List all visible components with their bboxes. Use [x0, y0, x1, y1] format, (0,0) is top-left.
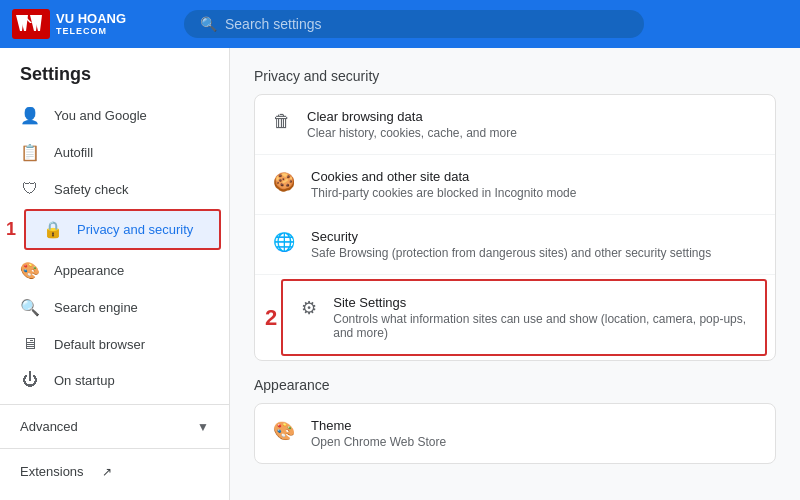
- step2-badge: 2: [255, 305, 277, 331]
- clear-browsing-data-title: Clear browsing data: [307, 109, 517, 124]
- search-bar[interactable]: 🔍: [184, 10, 644, 38]
- cookie-icon: 🍪: [273, 171, 295, 193]
- sidebar-item-label: Appearance: [54, 263, 124, 278]
- lock-icon: 🔒: [43, 220, 63, 239]
- sliders-icon: ⚙: [301, 297, 317, 319]
- appearance-card: 🎨 Theme Open Chrome Web Store: [254, 403, 776, 464]
- site-settings-item[interactable]: ⚙ Site Settings Controls what informatio…: [281, 279, 767, 356]
- svg-rect-0: [12, 9, 50, 39]
- sidebar-item-search-engine[interactable]: 🔍 Search engine: [0, 289, 229, 326]
- logo-icon: [12, 9, 50, 39]
- security-title: Security: [311, 229, 711, 244]
- sidebar-item-extensions[interactable]: Extensions ↗: [0, 455, 229, 488]
- divider2: [0, 448, 229, 449]
- sidebar-item-on-startup[interactable]: ⏻ On startup: [0, 362, 229, 398]
- cookies-desc: Third-party cookies are blocked in Incog…: [311, 186, 576, 200]
- search-engine-icon: 🔍: [20, 298, 40, 317]
- sidebar-item-autofill[interactable]: 📋 Autofill: [0, 134, 229, 171]
- main-layout: Settings 👤 You and Google 📋 Autofill 🛡 S…: [0, 48, 800, 500]
- autofill-icon: 📋: [20, 143, 40, 162]
- advanced-label: Advanced: [20, 419, 78, 434]
- site-settings-text: Site Settings Controls what information …: [333, 295, 747, 340]
- site-settings-desc: Controls what information sites can use …: [333, 312, 747, 340]
- extensions-label: Extensions: [20, 464, 84, 479]
- content-area: Privacy and security 🗑 Clear browsing da…: [230, 48, 800, 500]
- clear-browsing-data-desc: Clear history, cookies, cache, and more: [307, 126, 517, 140]
- appearance-section-title: Appearance: [254, 377, 776, 393]
- sidebar-item-privacy[interactable]: 🔒 Privacy and security: [24, 209, 221, 250]
- sidebar-item-label: On startup: [54, 373, 115, 388]
- theme-desc: Open Chrome Web Store: [311, 435, 446, 449]
- cookies-item[interactable]: 🍪 Cookies and other site data Third-part…: [255, 155, 775, 215]
- sidebar-item-label: Autofill: [54, 145, 93, 160]
- divider: [0, 404, 229, 405]
- step1-badge: 1: [0, 219, 20, 240]
- privacy-card: 🗑 Clear browsing data Clear history, coo…: [254, 94, 776, 361]
- sidebar: Settings 👤 You and Google 📋 Autofill 🛡 S…: [0, 48, 230, 500]
- security-text: Security Safe Browsing (protection from …: [311, 229, 711, 260]
- security-item[interactable]: 🌐 Security Safe Browsing (protection fro…: [255, 215, 775, 275]
- sidebar-item-default-browser[interactable]: 🖥 Default browser: [0, 326, 229, 362]
- sidebar-item-label: Safety check: [54, 182, 128, 197]
- sidebar-item-label: Default browser: [54, 337, 145, 352]
- sidebar-title: Settings: [0, 56, 229, 97]
- globe-icon: 🌐: [273, 231, 295, 253]
- sidebar-item-about-chrome[interactable]: About Chrome: [0, 488, 229, 500]
- theme-item[interactable]: 🎨 Theme Open Chrome Web Store: [255, 404, 775, 463]
- shield-icon: 🛡: [20, 180, 40, 198]
- sidebar-item-you-and-google[interactable]: 👤 You and Google: [0, 97, 229, 134]
- theme-text: Theme Open Chrome Web Store: [311, 418, 446, 449]
- cookies-title: Cookies and other site data: [311, 169, 576, 184]
- sidebar-item-label: You and Google: [54, 108, 147, 123]
- theme-title: Theme: [311, 418, 446, 433]
- sidebar-advanced[interactable]: Advanced ▼: [0, 411, 229, 442]
- clear-browsing-data-text: Clear browsing data Clear history, cooki…: [307, 109, 517, 140]
- search-icon: 🔍: [200, 16, 217, 32]
- sidebar-item-label: Privacy and security: [77, 222, 193, 237]
- privacy-section-title: Privacy and security: [254, 68, 776, 84]
- clear-browsing-data-item[interactable]: 🗑 Clear browsing data Clear history, coo…: [255, 95, 775, 155]
- theme-icon: 🎨: [273, 420, 295, 442]
- chevron-down-icon: ▼: [197, 420, 209, 434]
- site-settings-title: Site Settings: [333, 295, 747, 310]
- search-input[interactable]: [225, 16, 628, 32]
- trash-icon: 🗑: [273, 111, 291, 132]
- cookies-text: Cookies and other site data Third-party …: [311, 169, 576, 200]
- appearance-icon: 🎨: [20, 261, 40, 280]
- security-desc: Safe Browsing (protection from dangerous…: [311, 246, 711, 260]
- startup-icon: ⏻: [20, 371, 40, 389]
- external-link-icon: ↗: [102, 465, 112, 479]
- sidebar-item-appearance[interactable]: 🎨 Appearance: [0, 252, 229, 289]
- browser-icon: 🖥: [20, 335, 40, 353]
- logo-area: VU HOANG TELECOM: [12, 9, 172, 39]
- sidebar-item-label: Search engine: [54, 300, 138, 315]
- logo-text: VU HOANG TELECOM: [56, 11, 126, 37]
- top-bar: VU HOANG TELECOM 🔍: [0, 0, 800, 48]
- sidebar-item-safety-check[interactable]: 🛡 Safety check: [0, 171, 229, 207]
- person-icon: 👤: [20, 106, 40, 125]
